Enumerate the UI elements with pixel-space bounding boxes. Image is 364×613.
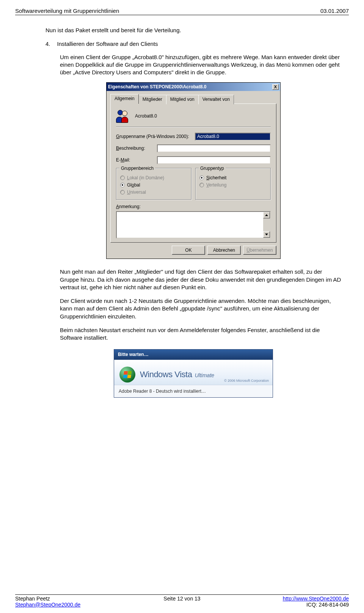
radio-icon — [199, 176, 204, 180]
beschreibung-input[interactable] — [157, 144, 271, 152]
legend-type: Gruppentyp — [199, 165, 226, 171]
section-title: Installieren der Software auf den Client… — [57, 40, 158, 48]
radio-universal: Universal — [120, 189, 187, 195]
section-number: 4. — [46, 40, 50, 48]
group-icon — [116, 109, 130, 123]
label-anmerkung: Anmerkung: — [116, 204, 271, 210]
body-content: Nun ist das Paket erstellt und bereit fü… — [15, 15, 349, 398]
tab-verwaltet-von[interactable]: Verwaltet von — [198, 95, 234, 104]
cancel-button[interactable]: Abbrechen — [207, 246, 241, 255]
radio-lokal: Lokal (in Domäne) — [120, 175, 187, 181]
ok-button[interactable]: OK — [172, 246, 205, 255]
legend-scope: Gruppenbereich — [119, 165, 155, 171]
vista-dialog: Bitte warten… Windows Vista Ultimate © 2… — [114, 349, 273, 397]
vista-status-text: Adobe Reader 8 - Deutsch wird installier… — [114, 385, 273, 397]
label-email: E-Mail: — [116, 157, 154, 163]
footer-url: http://www.StepOne2000.de — [238, 596, 349, 602]
groupname-input[interactable] — [195, 133, 271, 141]
close-icon[interactable]: X — [272, 84, 279, 90]
group-name-display: Acrobat8.0 — [135, 113, 157, 119]
tab-panel: Acrobat8.0 Gruppenname (Prä-Windows 2000… — [110, 103, 276, 243]
label-beschreibung: Beschreibung: — [116, 145, 154, 151]
dialog-tabs: Allgemein Mitglieder Mitglied von Verwal… — [107, 91, 280, 243]
radio-verteilung: Verteilung — [199, 182, 267, 188]
footer-author: Stephan Peetz — [15, 596, 126, 602]
document-page: Softwareverteilung mit Gruppenrichtlinie… — [0, 0, 364, 613]
page-footer: Stephan Peetz Stephan@StepOne2000.de Sei… — [15, 594, 349, 608]
scroll-down-icon[interactable] — [263, 231, 270, 238]
anmerkung-textarea[interactable] — [116, 211, 271, 238]
apply-button: Übernehmen — [243, 246, 276, 255]
windows-orb-icon — [119, 367, 135, 383]
divider — [116, 127, 271, 127]
dialog-button-row: OK Abbrechen Übernehmen — [107, 243, 280, 259]
radio-global[interactable]: Global — [120, 182, 187, 188]
section-heading: 4. Installieren der Software auf den Cli… — [46, 40, 341, 48]
footer-icq: ICQ: 246-814-049 — [238, 602, 349, 608]
radio-icon — [120, 190, 125, 194]
radio-sicherheit[interactable]: Sicherheit — [199, 175, 267, 181]
footer-page: Seite 12 von 13 — [126, 596, 237, 602]
page-header: Softwareverteilung mit Gruppenrichtlinie… — [15, 8, 349, 15]
vista-screenshot: Bitte warten… Windows Vista Ultimate © 2… — [46, 349, 341, 397]
paragraph-3: Der Client würde nun nach 1-2 Neustarts … — [60, 297, 341, 320]
dialog-title: Eigenschaften von STEPONE2000\Acrobat8.0 — [108, 84, 206, 90]
dialog-titlebar: Eigenschaften von STEPONE2000\Acrobat8.0… — [107, 83, 280, 91]
properties-dialog: Eigenschaften von STEPONE2000\Acrobat8.0… — [106, 82, 281, 259]
vista-copyright: © 2006 Microsoft Corporation — [224, 378, 269, 383]
vista-brand: Windows Vista Ultimate — [140, 369, 214, 380]
brand-text: Windows Vista — [140, 370, 192, 379]
dialog-screenshot: Eigenschaften von STEPONE2000\Acrobat8.0… — [46, 82, 341, 259]
radio-icon — [120, 183, 125, 187]
header-date: 03.01.2007 — [320, 8, 349, 14]
tab-mitglied-von[interactable]: Mitglied von — [166, 95, 199, 104]
brand-edition: Ultimate — [195, 372, 214, 378]
radio-icon — [120, 176, 125, 180]
intro-text: Nun ist das Paket erstellt und bereit fü… — [46, 27, 341, 34]
radio-icon — [199, 183, 204, 187]
vista-titlebar: Bitte warten… — [114, 350, 273, 359]
footer-email: Stephan@StepOne2000.de — [15, 602, 126, 608]
fieldset-gruppenbereich: Gruppenbereich Lokal (in Domäne) Global — [116, 168, 191, 200]
label-groupname: Gruppenname (Prä-Windows 2000): — [116, 133, 192, 140]
tab-mitglieder[interactable]: Mitglieder — [138, 95, 166, 104]
paragraph-2: Nun geht man auf den Reiter „Mitglieder"… — [60, 268, 341, 291]
paragraph-1: Um einen Client der Gruppe „Acrobat8.0" … — [60, 53, 341, 77]
email-input[interactable] — [157, 156, 271, 164]
scrollbar[interactable] — [263, 212, 270, 238]
paragraph-4: Beim nächsten Neustart erscheint nun vor… — [60, 326, 341, 342]
tab-allgemein[interactable]: Allgemein — [110, 94, 139, 103]
vista-body: Windows Vista Ultimate © 2006 Microsoft … — [114, 360, 273, 385]
header-title: Softwareverteilung mit Gruppenrichtlinie… — [15, 8, 119, 14]
scroll-up-icon[interactable] — [263, 212, 270, 218]
fieldset-gruppentyp: Gruppentyp Sicherheit Verteilung — [195, 168, 271, 200]
